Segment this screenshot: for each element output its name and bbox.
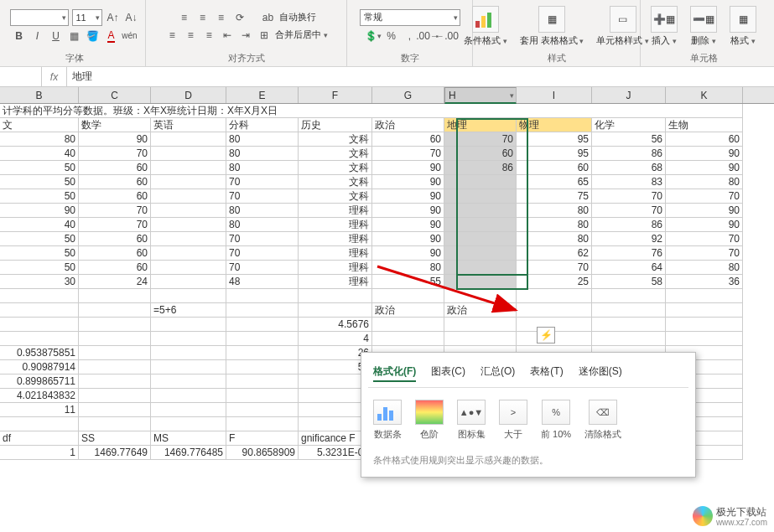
- cell[interactable]: [0, 318, 79, 332]
- cell[interactable]: 60: [79, 175, 151, 189]
- cell[interactable]: MS: [151, 431, 226, 446]
- header-cell[interactable]: 文: [0, 118, 79, 132]
- table-row[interactable]: 809080文科6070955660: [0, 132, 774, 147]
- cell[interactable]: 11: [0, 403, 79, 417]
- cell[interactable]: [151, 132, 226, 147]
- cell[interactable]: [151, 360, 226, 374]
- cell[interactable]: [151, 318, 226, 332]
- table-row[interactable]: 506070文科90757070: [0, 189, 774, 204]
- bold-icon[interactable]: B: [12, 28, 27, 44]
- cell[interactable]: 文科: [299, 175, 372, 189]
- cell[interactable]: [226, 303, 299, 318]
- qa-tab-totals[interactable]: 汇总(O): [481, 363, 515, 382]
- cell[interactable]: 70: [592, 189, 666, 204]
- cell[interactable]: 60: [79, 261, 151, 275]
- name-box[interactable]: [0, 67, 42, 86]
- cell[interactable]: 70: [226, 232, 299, 246]
- cell[interactable]: [151, 246, 226, 261]
- cell[interactable]: 50: [0, 261, 79, 275]
- cell[interactable]: [151, 374, 226, 389]
- cell[interactable]: [226, 289, 299, 303]
- cell[interactable]: 文科: [299, 132, 372, 147]
- table-row[interactable]: 907080理科90807090: [0, 204, 774, 218]
- cell[interactable]: [299, 289, 372, 303]
- qa-tab-charts[interactable]: 图表(C): [431, 363, 465, 382]
- cell[interactable]: 48: [226, 275, 299, 289]
- cell[interactable]: 36: [666, 275, 743, 289]
- qa-opt-colorscale[interactable]: 色阶: [415, 400, 444, 441]
- cell[interactable]: 75: [517, 189, 592, 204]
- cell[interactable]: 80: [226, 204, 299, 218]
- cell[interactable]: 58: [592, 275, 666, 289]
- cell[interactable]: 1: [0, 446, 79, 460]
- header-cell[interactable]: 英语: [151, 118, 226, 132]
- cell[interactable]: 92: [592, 232, 666, 246]
- wrap-text-label[interactable]: 自动换行: [279, 11, 316, 23]
- cell[interactable]: 70: [666, 246, 743, 261]
- cell[interactable]: [79, 346, 151, 360]
- cell[interactable]: [299, 303, 372, 318]
- cell[interactable]: 0.899865711: [0, 374, 79, 389]
- cell[interactable]: 90: [666, 204, 743, 218]
- cell[interactable]: [444, 232, 517, 246]
- cell[interactable]: [592, 332, 666, 346]
- cell[interactable]: 70: [517, 261, 592, 275]
- cell[interactable]: [372, 289, 444, 303]
- border-icon[interactable]: ▦: [67, 28, 82, 44]
- cell[interactable]: [444, 275, 517, 289]
- qa-tab-sparklines[interactable]: 迷你图(S): [579, 363, 622, 382]
- cell[interactable]: 文科: [299, 161, 372, 175]
- cell[interactable]: 80: [666, 261, 743, 275]
- cell[interactable]: [79, 403, 151, 417]
- cell[interactable]: 90: [666, 147, 743, 161]
- cell[interactable]: 80: [226, 132, 299, 147]
- cell[interactable]: 90: [372, 189, 444, 204]
- cell[interactable]: [79, 318, 151, 332]
- cell[interactable]: [226, 332, 299, 346]
- cell[interactable]: 70: [79, 204, 151, 218]
- cell[interactable]: 50: [0, 161, 79, 175]
- table-row[interactable]: 506080文科9086606890: [0, 161, 774, 175]
- cell[interactable]: [79, 374, 151, 389]
- cell[interactable]: SS: [79, 431, 151, 446]
- cell[interactable]: 政治: [372, 303, 444, 318]
- comma-icon[interactable]: ,: [403, 28, 418, 44]
- table-row[interactable]: 506070理科90627670: [0, 246, 774, 261]
- cell[interactable]: 86: [592, 218, 666, 232]
- cell[interactable]: 90: [372, 246, 444, 261]
- cell[interactable]: 70: [226, 189, 299, 204]
- cell[interactable]: 90: [666, 218, 743, 232]
- cell[interactable]: 4.021843832: [0, 389, 79, 403]
- cell[interactable]: [151, 161, 226, 175]
- column-headers[interactable]: BCDEFGHIJK: [0, 87, 774, 104]
- cell[interactable]: 25: [517, 275, 592, 289]
- qa-tab-formatting[interactable]: 格式化(F): [373, 363, 416, 382]
- cell[interactable]: 95: [517, 132, 592, 147]
- cell[interactable]: 80: [666, 175, 743, 189]
- quick-analysis-button[interactable]: ⚡: [537, 327, 555, 343]
- table-row[interactable]: 407080理科90808690: [0, 218, 774, 232]
- cell[interactable]: 理科: [299, 204, 372, 218]
- cell[interactable]: [444, 332, 517, 346]
- table-row[interactable]: 302448理科55255836: [0, 275, 774, 289]
- cell[interactable]: 理科: [299, 232, 372, 246]
- cell[interactable]: 80: [226, 147, 299, 161]
- qa-opt-greater[interactable]: >大于: [499, 400, 527, 441]
- cell[interactable]: 70: [592, 204, 666, 218]
- cell[interactable]: [151, 204, 226, 218]
- cell[interactable]: [666, 318, 743, 332]
- cell[interactable]: 50: [0, 246, 79, 261]
- percent-icon[interactable]: %: [384, 28, 399, 44]
- cell[interactable]: [0, 332, 79, 346]
- cell[interactable]: 60: [79, 246, 151, 261]
- align-bottom-icon[interactable]: ≡: [214, 10, 229, 25]
- cell[interactable]: [226, 403, 299, 417]
- currency-icon[interactable]: 💲: [366, 28, 381, 44]
- indent-dec-icon[interactable]: ⇤: [220, 28, 235, 43]
- cell[interactable]: 60: [79, 161, 151, 175]
- cell[interactable]: 90: [372, 161, 444, 175]
- header-cell[interactable]: 地理: [444, 118, 517, 132]
- cell[interactable]: [151, 261, 226, 275]
- cell[interactable]: 文科: [299, 189, 372, 204]
- cell[interactable]: [226, 346, 299, 360]
